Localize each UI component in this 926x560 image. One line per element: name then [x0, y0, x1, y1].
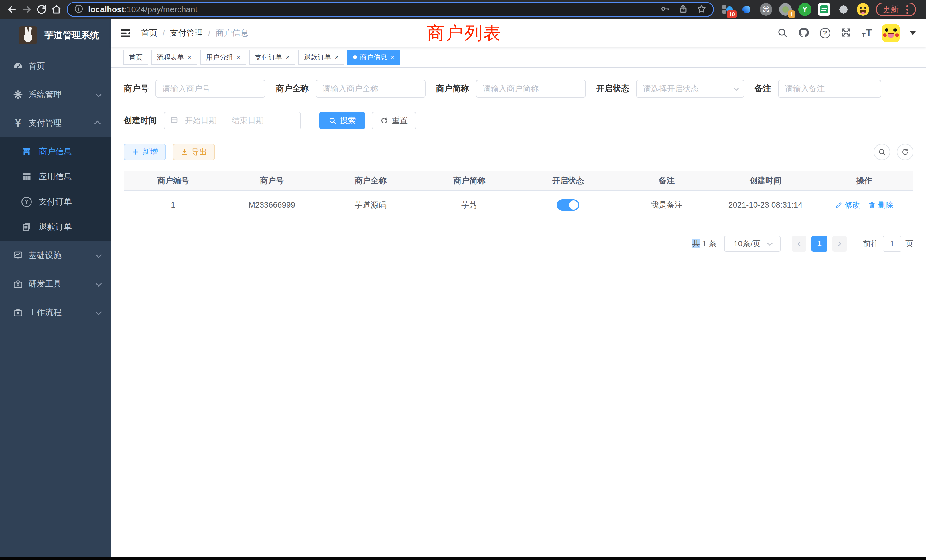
- delete-link[interactable]: 删除: [868, 200, 893, 210]
- extension-icon-1[interactable]: 10: [721, 3, 734, 16]
- cell-full-name: 芋道源码: [321, 200, 420, 210]
- logo-avatar: [19, 26, 37, 44]
- close-icon[interactable]: ×: [286, 54, 290, 61]
- forward-icon[interactable]: [20, 2, 34, 17]
- search-button[interactable]: 搜索: [319, 112, 365, 129]
- breadcrumb-payment[interactable]: 支付管理: [170, 27, 203, 39]
- home-icon[interactable]: [49, 2, 64, 17]
- calendar-icon: [170, 115, 179, 126]
- avatar-dropdown-caret-icon[interactable]: [910, 31, 916, 35]
- github-icon[interactable]: [798, 27, 809, 39]
- status-toggle[interactable]: [557, 199, 580, 211]
- sidebar-item-label: 支付订单: [39, 196, 72, 207]
- breadcrumb-home[interactable]: 首页: [141, 27, 157, 39]
- remark-input[interactable]: [778, 80, 881, 97]
- column-header: 商户号: [222, 176, 321, 186]
- share-icon[interactable]: [678, 4, 688, 15]
- extension-icon-2[interactable]: 1: [779, 3, 792, 16]
- key-icon[interactable]: [660, 4, 670, 15]
- tag-merchant-info[interactable]: 商户信息×: [347, 50, 400, 65]
- export-button[interactable]: 导出: [173, 144, 215, 160]
- tag-user-group[interactable]: 用户分组×: [200, 50, 246, 65]
- status-select[interactable]: 请选择开启状态: [636, 80, 744, 97]
- browser-update-button[interactable]: 更新: [876, 3, 916, 16]
- filter-merchant-full-name: 商户全称: [276, 80, 426, 97]
- active-dot: [353, 55, 357, 59]
- font-size-icon[interactable]: TT: [862, 27, 872, 39]
- sidebar-item-app-info[interactable]: 应用信息: [0, 164, 111, 189]
- table-row: 1 M233666999 芋道源码 芋艿 我是备注 2021-10-23 08:…: [124, 191, 914, 219]
- sidebar-item-dev-tools[interactable]: 研发工具: [0, 270, 111, 298]
- pagination-total: 共 1 条: [692, 238, 717, 249]
- page-number-active[interactable]: 1: [811, 236, 828, 252]
- close-icon[interactable]: ×: [335, 54, 339, 61]
- prev-page-icon[interactable]: [792, 236, 806, 252]
- back-icon[interactable]: [5, 2, 20, 17]
- tag-refund-order[interactable]: 退款订单×: [298, 50, 344, 65]
- date-range-picker[interactable]: 开始日期 - 结束日期: [163, 112, 301, 129]
- extension-icon-pin[interactable]: [740, 3, 753, 16]
- add-button[interactable]: 新增: [124, 144, 166, 160]
- filter-row-1: 商户号 商户全称 商户简称 开启状态 请选择开启状态: [124, 80, 914, 97]
- reset-button[interactable]: 重置: [372, 112, 416, 129]
- shop-icon: [21, 147, 32, 157]
- close-icon[interactable]: ×: [237, 54, 241, 61]
- top-navbar: 首页 / 支付管理 / 商户信息 ? TT: [111, 19, 926, 47]
- sidebar-item-merchant-info[interactable]: 商户信息: [0, 139, 111, 164]
- merchant-no-input[interactable]: [155, 80, 265, 97]
- url-bar[interactable]: localhost:1024/pay/merchant: [67, 2, 714, 17]
- annotation-title: 商户列表: [427, 21, 502, 45]
- merchant-short-name-input[interactable]: [476, 80, 586, 97]
- tag-process-form[interactable]: 流程表单×: [151, 50, 197, 65]
- goto-page-input[interactable]: [883, 236, 902, 252]
- sidebar-item-pay-order[interactable]: ¥ 支付订单: [0, 189, 111, 215]
- edit-link[interactable]: 修改: [835, 200, 860, 210]
- end-date-placeholder: 结束日期: [232, 115, 264, 126]
- extension-icon-y[interactable]: Y: [798, 3, 811, 16]
- extensions-area: 10 ⌘ 1 Y: [721, 3, 870, 16]
- filter-status: 开启状态 请选择开启状态: [596, 80, 744, 97]
- close-icon[interactable]: ×: [188, 54, 192, 61]
- payment-submenu: 商户信息 应用信息 ¥ 支付订单 退款订单: [0, 138, 111, 241]
- bookmark-star-icon[interactable]: [696, 4, 707, 15]
- sidebar-item-workflow[interactable]: 工作流程: [0, 298, 111, 327]
- browser-menu-icon[interactable]: [906, 9, 908, 11]
- merchant-full-name-input[interactable]: [316, 80, 426, 97]
- column-header: 商户简称: [420, 176, 519, 186]
- toggle-search-icon[interactable]: [873, 144, 890, 160]
- filter-merchant-short-name: 商户简称: [436, 80, 586, 97]
- filter-merchant-no: 商户号: [124, 80, 265, 97]
- sidebar-fold-icon[interactable]: [120, 27, 132, 39]
- next-page-icon[interactable]: [832, 236, 847, 252]
- filter-create-time: 创建时间 开始日期 - 结束日期: [124, 112, 301, 129]
- sidebar-item-payment[interactable]: ¥ 支付管理: [0, 109, 111, 138]
- app-logo[interactable]: 芋道管理系统: [0, 19, 111, 52]
- sidebar-item-label: 基础设施: [29, 250, 96, 261]
- reload-icon[interactable]: [34, 2, 49, 17]
- sidebar-item-label: 研发工具: [29, 278, 96, 290]
- sidebar-item-system[interactable]: 系统管理: [0, 80, 111, 109]
- extension-icon-emoji[interactable]: [856, 3, 870, 16]
- page-size-select[interactable]: 10条/页: [724, 236, 781, 252]
- fullscreen-icon[interactable]: [841, 27, 852, 39]
- tag-home[interactable]: 首页: [123, 50, 148, 65]
- extensions-puzzle-icon[interactable]: [837, 3, 850, 16]
- breadcrumb-separator: /: [208, 29, 210, 38]
- tag-pay-order[interactable]: 支付订单×: [249, 50, 295, 65]
- sidebar-item-home[interactable]: 首页: [0, 52, 111, 80]
- sidebar-item-infrastructure[interactable]: 基础设施: [0, 241, 111, 270]
- help-icon[interactable]: ?: [820, 28, 831, 38]
- refresh-icon[interactable]: [897, 144, 914, 160]
- field-label: 商户简称: [436, 83, 469, 94]
- cell-short-name: 芋艿: [420, 200, 519, 210]
- goto-label: 前往: [863, 238, 879, 249]
- close-icon[interactable]: ×: [390, 54, 395, 61]
- sidebar-item-refund-order[interactable]: 退款订单: [0, 215, 111, 239]
- chevron-down-icon: [767, 241, 772, 246]
- extension-icon-command[interactable]: ⌘: [760, 3, 773, 16]
- app-title: 芋道管理系统: [44, 29, 99, 42]
- site-info-icon[interactable]: [74, 4, 83, 15]
- user-avatar[interactable]: [882, 24, 900, 42]
- extension-icon-chat[interactable]: [818, 3, 831, 16]
- search-icon[interactable]: [777, 27, 788, 39]
